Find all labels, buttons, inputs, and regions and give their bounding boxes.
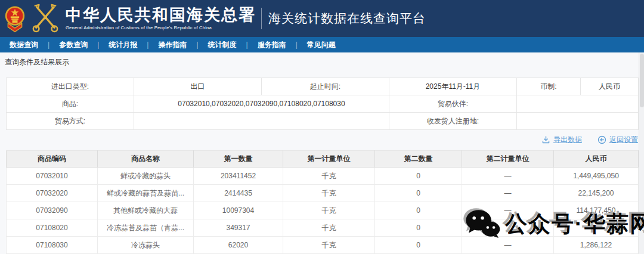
table-cell: 07108020: [7, 219, 98, 237]
table-cell: 千克: [283, 168, 375, 185]
col-header-first-unit: 第一计量单位: [283, 151, 375, 168]
results-header-row: 商品编码 商品名称 第一数量 第一计量单位 第二数量 第二计量单位 人民币: [7, 151, 639, 168]
query-conditions-table: 进出口类型: 出口 起止时间: 2025年11月-11月 币制: 人民币 商品:…: [6, 78, 639, 130]
results-table: 商品编码 商品名称 第一数量 第一计量单位 第二数量 第二计量单位 人民币 07…: [6, 150, 639, 254]
value-time-range: 2025年11月-11月: [389, 78, 517, 95]
table-cell: —: [462, 202, 554, 219]
col-header-first-quantity: 第一数量: [194, 151, 283, 168]
col-header-commodity-code: 商品编码: [7, 151, 98, 168]
table-row: 07032020 鲜或冷藏的蒜苔及蒜苗... 2414435 千克 0 — 22…: [7, 185, 639, 202]
table-cell: 203411452: [194, 168, 283, 185]
table-cell: 0: [375, 185, 462, 202]
col-header-second-unit: 第二计量单位: [462, 151, 554, 168]
table-row: 07032010 鲜或冷藏的蒜头 203411452 千克 0 — 1,449,…: [7, 168, 639, 185]
col-header-rmb: 人民币: [554, 151, 639, 168]
nav-item-data-query[interactable]: 数据查询: [0, 40, 48, 50]
value-commodity: 07032010,07032020,07032090,07108020,0710…: [134, 95, 389, 113]
table-cell: 2414435: [194, 185, 283, 202]
label-trade-partner: 贸易伙伴:: [389, 95, 517, 113]
nav-item-parameter-query[interactable]: 参数查询: [49, 40, 97, 50]
nav-item-service-guide[interactable]: 服务指南: [248, 40, 296, 50]
back-arrow-icon: [597, 135, 606, 144]
value-currency: 人民币: [581, 78, 639, 95]
national-emblem-icon: [4, 3, 26, 34]
value-trade-mode: [134, 113, 389, 130]
agency-title: 中华人民共和国海关总署: [66, 7, 256, 23]
table-cell: 千克: [283, 185, 375, 202]
table-row: 07108030 冷冻蒜头 62020 千克 0 — 1,286,122: [7, 237, 639, 254]
label-currency: 币制:: [517, 78, 581, 95]
col-header-second-quantity: 第二数量: [375, 151, 462, 168]
label-time-range: 起止时间:: [262, 78, 389, 95]
table-cell: 07108030: [7, 237, 98, 254]
value-consignee-registration: [517, 113, 639, 130]
scrollbar-thumb[interactable]: [640, 54, 644, 107]
table-cell: 其他鲜或冷藏的大蒜: [98, 202, 194, 219]
table-cell: —: [462, 185, 554, 202]
result-actions: 导出数据 返回设置: [541, 134, 638, 145]
table-cell: 鲜或冷藏的蒜头: [98, 168, 194, 185]
back-to-settings-link[interactable]: 返回设置: [597, 135, 638, 145]
table-cell: —: [462, 237, 554, 254]
label-import-export-type: 进出口类型:: [7, 78, 134, 95]
table-cell: 冷冻蒜头: [98, 237, 194, 254]
table-cell: 349317: [194, 219, 283, 237]
table-cell: —: [462, 168, 554, 185]
agency-title-block: 中华人民共和国海关总署 General Administration of Cu…: [66, 7, 256, 30]
customs-crossed-keys-icon: [31, 2, 60, 35]
table-cell: 114,177,450: [554, 202, 639, 219]
table-row: 07032090 其他鲜或冷藏的大蒜 10097304 千克 0 — 114,1…: [7, 202, 639, 219]
table-cell: 千克: [283, 219, 375, 237]
vertical-scrollbar[interactable]: [639, 52, 644, 254]
agency-title-english: General Administration of Customs of the…: [66, 26, 256, 30]
table-cell: 千克: [283, 237, 375, 254]
table-cell: 07032020: [7, 185, 98, 202]
platform-name: 海关统计数据在线查询平台: [268, 10, 426, 27]
col-header-commodity-name: 商品名称: [98, 151, 194, 168]
table-cell: 07032090: [7, 202, 98, 219]
download-icon: [541, 135, 550, 144]
table-cell: 千克: [283, 202, 375, 219]
label-trade-mode: 贸易方式:: [7, 113, 134, 130]
table-cell: 07032010: [7, 168, 98, 185]
nav-item-faq[interactable]: 常见问题: [298, 40, 345, 50]
nav-item-statistics-system[interactable]: 统计制度: [199, 40, 246, 50]
main-navbar: 数据查询 | 参数查询 | 统计月报 | 操作指南 | 统计制度 | 服务指南 …: [0, 37, 644, 52]
table-cell: 0: [375, 219, 462, 237]
condition-row: 商品: 07032010,07032020,07032090,07108020,…: [7, 95, 639, 113]
table-cell: 0: [375, 202, 462, 219]
nav-item-monthly-report[interactable]: 统计月报: [99, 40, 147, 50]
table-cell: 0: [375, 237, 462, 254]
label-consignee-registration: 收发货人注册地:: [389, 113, 517, 130]
table-cell: 10097304: [194, 202, 283, 219]
top-banner: 中华人民共和国海关总署 General Administration of Cu…: [0, 0, 644, 37]
condition-row: 贸易方式: 收发货人注册地:: [7, 113, 639, 130]
table-cell: 1,449,495,050: [554, 168, 639, 185]
label-commodity: 商品:: [7, 95, 134, 113]
table-cell: 鲜或冷藏的蒜苔及蒜苗...: [98, 185, 194, 202]
condition-row: 进出口类型: 出口 起止时间: 2025年11月-11月 币制: 人民币: [7, 78, 639, 95]
table-cell: 0: [375, 168, 462, 185]
banner-divider: [261, 8, 262, 29]
table-cell: 1,286,122: [554, 237, 639, 254]
value-trade-partner: [517, 95, 639, 113]
table-cell: 62020: [194, 237, 283, 254]
table-row: 07108020 冷冻蒜苔及蒜苗（青蒜... 349317 千克 0: [7, 219, 639, 237]
back-to-settings-label: 返回设置: [609, 135, 638, 145]
customs-query-page: 中华人民共和国海关总署 General Administration of Cu…: [0, 0, 644, 254]
table-cell: 22,145,200: [554, 185, 639, 202]
table-cell: [554, 219, 639, 237]
export-data-link[interactable]: 导出数据: [541, 135, 582, 145]
table-cell: [462, 219, 554, 237]
table-cell: 冷冻蒜苔及蒜苗（青蒜...: [98, 219, 194, 237]
value-import-export-type: 出口: [134, 78, 262, 95]
nav-item-operation-guide[interactable]: 操作指南: [148, 40, 196, 50]
export-data-label: 导出数据: [553, 135, 582, 145]
section-title: 查询条件及结果展示: [5, 57, 69, 67]
